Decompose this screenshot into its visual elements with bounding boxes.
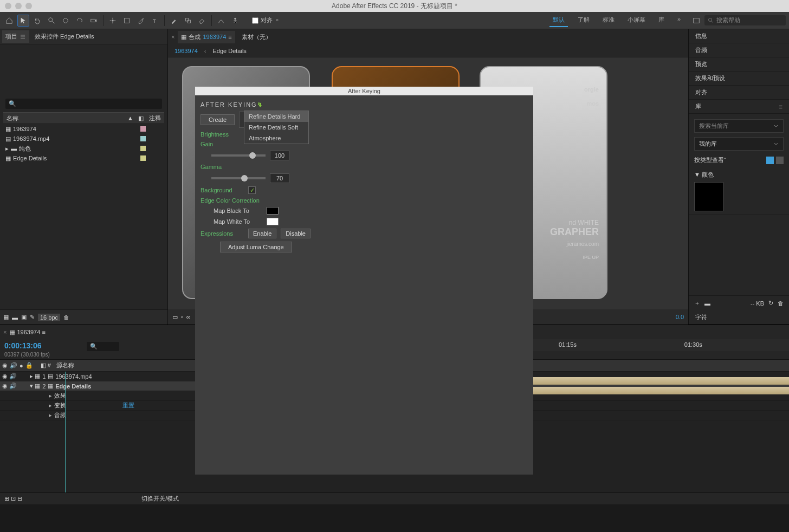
- roto-tool-icon[interactable]: [215, 15, 227, 27]
- tab-footage[interactable]: 素材（无）: [238, 31, 275, 43]
- trash-icon[interactable]: 🗑: [778, 300, 784, 307]
- puppet-tool-icon[interactable]: [229, 15, 241, 27]
- camera-tool-icon[interactable]: [88, 15, 100, 27]
- preset-option[interactable]: Atmosphere: [244, 133, 308, 144]
- tab-effects-controls[interactable]: 效果控件 Edge Details: [31, 30, 97, 43]
- preset-option[interactable]: Refine Details Hard: [244, 111, 308, 122]
- rotate-tool-icon[interactable]: [74, 15, 86, 27]
- column-label-icon[interactable]: ◧: [138, 115, 149, 122]
- pen-tool-icon[interactable]: [135, 15, 147, 27]
- workspace-learn[interactable]: 了解: [574, 14, 593, 27]
- orbit-tool-icon[interactable]: [60, 15, 72, 27]
- project-item[interactable]: ▦1963974: [3, 124, 164, 134]
- column-source[interactable]: 源名称: [56, 361, 74, 369]
- zoom-window-icon[interactable]: [25, 3, 32, 9]
- enable-button[interactable]: Enable: [248, 229, 276, 238]
- type-tool-icon[interactable]: T: [149, 15, 161, 27]
- hand-tool-icon[interactable]: [31, 15, 43, 27]
- lib-viewby[interactable]: 按类型查看: [694, 156, 724, 164]
- eye-column-icon[interactable]: ◉: [2, 362, 8, 369]
- lib-current[interactable]: 我的库: [694, 137, 784, 151]
- reset-link[interactable]: 重置: [122, 401, 134, 410]
- create-button[interactable]: Create: [201, 114, 235, 125]
- workspace-small[interactable]: 小屏幕: [624, 14, 649, 27]
- color-swatch[interactable]: [694, 182, 723, 211]
- adjust-luma-button[interactable]: Adjust Luma Change: [220, 242, 292, 252]
- background-checkbox[interactable]: ✓: [248, 186, 256, 194]
- map-white-swatch[interactable]: [267, 218, 279, 225]
- project-search[interactable]: 🔍: [5, 99, 162, 109]
- snap-checkbox[interactable]: [252, 17, 258, 24]
- disable-button[interactable]: Disable: [281, 229, 311, 238]
- list-view-icon[interactable]: [776, 157, 784, 164]
- zoom-tool-icon[interactable]: [46, 15, 57, 27]
- add-asset-icon[interactable]: ＋: [694, 299, 700, 307]
- map-black-swatch[interactable]: [267, 207, 279, 215]
- panel-character[interactable]: 字符: [689, 310, 789, 325]
- brush-tool-icon[interactable]: [168, 15, 180, 27]
- trash-icon[interactable]: 🗑: [63, 314, 69, 321]
- bpc-button[interactable]: 16 bpc: [38, 314, 60, 321]
- project-item[interactable]: ▦Edge Details: [3, 153, 164, 163]
- panel-menu-icon[interactable]: [20, 34, 26, 40]
- lock-column-icon[interactable]: 🔒: [25, 362, 33, 369]
- gamma-value[interactable]: 70: [270, 173, 289, 183]
- lib-search[interactable]: 搜索当前库: [694, 119, 784, 133]
- current-time[interactable]: 0:00:13:06: [4, 341, 42, 350]
- gain-value[interactable]: 100: [270, 151, 289, 160]
- panel-preview[interactable]: 预览: [689, 57, 789, 72]
- help-search[interactable]: 搜索帮助: [704, 15, 786, 25]
- panel-effects[interactable]: 效果和预设: [689, 72, 789, 86]
- panel-info[interactable]: 信息: [689, 29, 789, 43]
- panel-libraries[interactable]: 库≡: [689, 100, 789, 114]
- workspace-lib[interactable]: 库: [655, 14, 668, 27]
- toggle-icon[interactable]: ⊞ ⊡ ⊟: [4, 495, 22, 502]
- panel-menu-icon[interactable]: ≡: [779, 103, 782, 110]
- workspace-overflow-icon[interactable]: »: [674, 14, 684, 27]
- toggle-switches[interactable]: 切换开关/模式: [141, 495, 179, 503]
- lib-color-header[interactable]: ▼ 颜色: [694, 171, 784, 179]
- anchor-tool-icon[interactable]: [107, 15, 119, 27]
- adjust-icon[interactable]: ✎: [30, 314, 35, 321]
- sync-icon[interactable]: ↻: [768, 300, 773, 307]
- close-tab-icon[interactable]: ×: [3, 329, 7, 335]
- resolution-icon[interactable]: ▫: [181, 314, 183, 320]
- project-item[interactable]: ▸▬纯色: [3, 144, 164, 153]
- workspace-standard[interactable]: 标准: [599, 14, 618, 27]
- magnification-icon[interactable]: ▭: [172, 314, 178, 321]
- workspace-default[interactable]: 默认: [549, 14, 568, 27]
- minimize-window-icon[interactable]: [15, 3, 22, 9]
- viewer-time[interactable]: 0.0: [676, 314, 684, 320]
- new-comp-icon[interactable]: ▣: [21, 314, 27, 321]
- snap-options-icon[interactable]: ⚬: [275, 17, 280, 24]
- interpret-icon[interactable]: ▦: [3, 314, 9, 321]
- eraser-tool-icon[interactable]: [196, 15, 208, 27]
- column-name[interactable]: 名称: [7, 114, 127, 122]
- breadcrumb-root[interactable]: 1963974: [174, 48, 198, 54]
- column-comment[interactable]: 注释: [149, 114, 161, 122]
- 3d-view-icon[interactable]: ∞: [186, 314, 191, 320]
- panel-align[interactable]: 对齐: [689, 86, 789, 100]
- project-item[interactable]: ▤1963974.mp4: [3, 134, 164, 144]
- gamma-slider[interactable]: [211, 177, 266, 179]
- rectangle-tool-icon[interactable]: [121, 15, 133, 27]
- gain-slider[interactable]: [211, 154, 266, 157]
- selection-tool-icon[interactable]: [17, 15, 29, 27]
- chevron-down-icon[interactable]: ˇ: [724, 157, 726, 164]
- plugin-titlebar[interactable]: After Keying: [195, 87, 533, 95]
- solo-column-icon[interactable]: ●: [20, 362, 23, 369]
- timeline-search[interactable]: 🔍: [87, 342, 119, 351]
- tab-project[interactable]: 项目: [2, 30, 29, 43]
- close-tab-icon[interactable]: ×: [171, 34, 174, 40]
- audio-column-icon[interactable]: 🔊: [10, 362, 17, 369]
- clone-tool-icon[interactable]: [182, 15, 194, 27]
- close-window-icon[interactable]: [5, 3, 11, 9]
- new-folder-icon[interactable]: ▬: [12, 314, 18, 321]
- chevron-right-icon[interactable]: ▸: [5, 145, 9, 152]
- tab-composition[interactable]: ▦ 合成 1963974 ≡: [178, 31, 235, 43]
- panel-audio[interactable]: 音频: [689, 43, 789, 57]
- home-icon[interactable]: [3, 15, 15, 27]
- panel-options-icon[interactable]: [690, 15, 702, 27]
- folder-icon[interactable]: ▬: [704, 300, 710, 307]
- panel-menu-icon[interactable]: ≡: [228, 34, 231, 40]
